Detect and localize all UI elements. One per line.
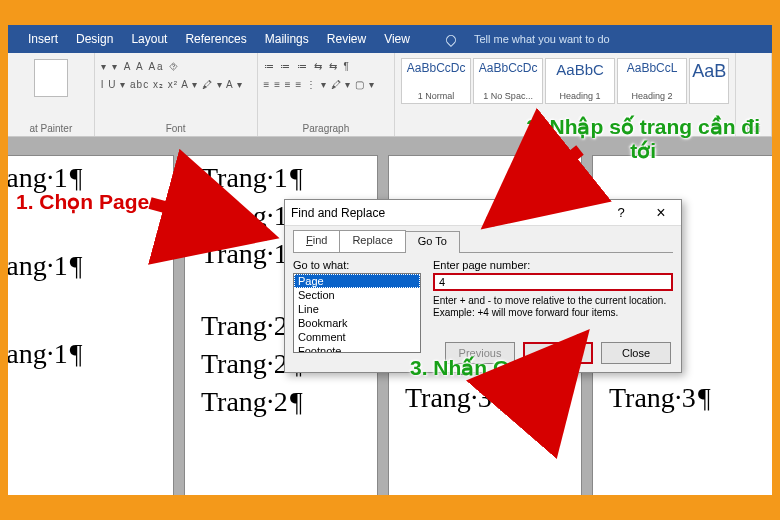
- goto-what-list[interactable]: Page Section Line Bookmark Comment Footn…: [293, 273, 421, 353]
- close-button[interactable]: Close: [601, 342, 671, 364]
- list-item-line[interactable]: Line: [294, 302, 420, 316]
- ribbon-tab-mailings[interactable]: Mailings: [265, 32, 309, 46]
- word-window: Insert Design Layout References Mailings…: [8, 25, 772, 495]
- style-tile-normal[interactable]: AaBbCcDc1 Normal: [401, 58, 471, 104]
- page-thumb-1[interactable]: rang·1 rang·1 rang·1: [8, 155, 174, 495]
- styles-group: AaBbCcDc1 Normal AaBbCcDc1 No Spac... Aa…: [395, 53, 736, 136]
- dialog-title: Find and Replace: [291, 206, 385, 220]
- goto-hint-text: Enter + and - to move relative to the cu…: [433, 295, 673, 319]
- goto-what-label: Go to what:: [293, 259, 423, 271]
- dialog-help-button[interactable]: ?: [601, 200, 641, 226]
- ribbon-tab-view[interactable]: View: [384, 32, 410, 46]
- paste-icon[interactable]: [34, 59, 68, 97]
- styles-group-label: St: [401, 123, 729, 134]
- paragraph-group-label: Paragraph: [264, 123, 389, 134]
- font-group-label: Font: [101, 123, 251, 134]
- ribbon-body: at Painter ▾ ▾ A A Aa ⯑ I U ▾ abc x₂ x² …: [8, 53, 772, 137]
- ribbon-tab-review[interactable]: Review: [327, 32, 366, 46]
- ribbon-tab-references[interactable]: References: [185, 32, 246, 46]
- font-row-2[interactable]: I U ▾ abc x₂ x² A ▾ 🖍 ▾ A ▾: [101, 75, 251, 93]
- dialog-close-button[interactable]: ×: [641, 200, 681, 226]
- dialog-tabs: Find Replace Go To: [285, 230, 681, 252]
- tab-goto[interactable]: Go To: [405, 231, 460, 253]
- style-tile-nospacing[interactable]: AaBbCcDc1 No Spac...: [473, 58, 543, 104]
- lightbulb-icon: [444, 33, 458, 47]
- find-replace-dialog: Find and Replace ? × Find Replace Go To …: [284, 199, 682, 373]
- dialog-titlebar[interactable]: Find and Replace ? ×: [285, 200, 681, 226]
- para-row-1[interactable]: ≔ ≔ ≔ ⇆ ⇆ ¶: [264, 57, 389, 75]
- enter-page-label: Enter page number:: [433, 259, 673, 271]
- format-painter-label[interactable]: at Painter: [14, 123, 88, 134]
- editing-group: Edi: [736, 53, 772, 136]
- list-item-page[interactable]: Page: [294, 274, 420, 288]
- font-row-1[interactable]: ▾ ▾ A A Aa ⯑: [101, 57, 251, 75]
- clipboard-group: at Painter: [8, 53, 95, 136]
- style-tile-heading2[interactable]: AaBbCcLHeading 2: [617, 58, 687, 104]
- style-tile-heading1[interactable]: AaBbCHeading 1: [545, 58, 615, 104]
- page-number-input[interactable]: 4: [433, 273, 673, 291]
- goto-button[interactable]: Go To: [523, 342, 593, 364]
- tab-find[interactable]: Find: [293, 230, 340, 252]
- list-item-bookmark[interactable]: Bookmark: [294, 316, 420, 330]
- paragraph-group: ≔ ≔ ≔ ⇆ ⇆ ¶ ≡ ≡ ≡ ≡ ⋮ ▾ 🖍 ▾ ▢ ▾ Paragrap…: [258, 53, 396, 136]
- para-row-2[interactable]: ≡ ≡ ≡ ≡ ⋮ ▾ 🖍 ▾ ▢ ▾: [264, 75, 389, 93]
- ribbon-tab-layout[interactable]: Layout: [131, 32, 167, 46]
- font-group: ▾ ▾ A A Aa ⯑ I U ▾ abc x₂ x² A ▾ 🖍 ▾ A ▾…: [95, 53, 258, 136]
- ribbon-tab-insert[interactable]: Insert: [28, 32, 58, 46]
- style-tile-title[interactable]: AaB: [689, 58, 729, 104]
- ribbon-tab-strip: Insert Design Layout References Mailings…: [8, 25, 772, 53]
- ribbon-tab-design[interactable]: Design: [76, 32, 113, 46]
- tell-me-box[interactable]: Tell me what you want to do: [446, 33, 628, 45]
- tab-replace[interactable]: Replace: [339, 230, 405, 252]
- previous-button[interactable]: Previous: [445, 342, 515, 364]
- list-item-section[interactable]: Section: [294, 288, 420, 302]
- editing-group-label: Edi: [742, 123, 765, 134]
- list-item-comment[interactable]: Comment: [294, 330, 420, 344]
- list-item-footnote[interactable]: Footnote: [294, 344, 420, 353]
